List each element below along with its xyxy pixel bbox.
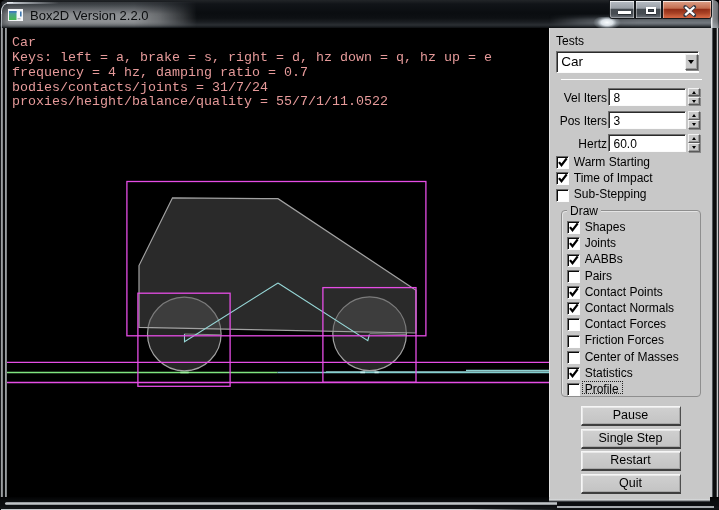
svg-text:Car: Car — [12, 35, 36, 50]
svg-text:proxies/height/balance/quality: proxies/height/balance/quality = 55/7/1/… — [12, 94, 388, 109]
svg-text:frequency = 4 hz, damping rati: frequency = 4 hz, damping ratio = 0.7 — [12, 65, 308, 80]
svg-text:bodies/contacts/joints = 31/7/: bodies/contacts/joints = 31/7/24 — [12, 80, 268, 95]
svg-text:Keys: left = a, brake = s, rig: Keys: left = a, brake = s, right = d, hz… — [12, 50, 492, 65]
